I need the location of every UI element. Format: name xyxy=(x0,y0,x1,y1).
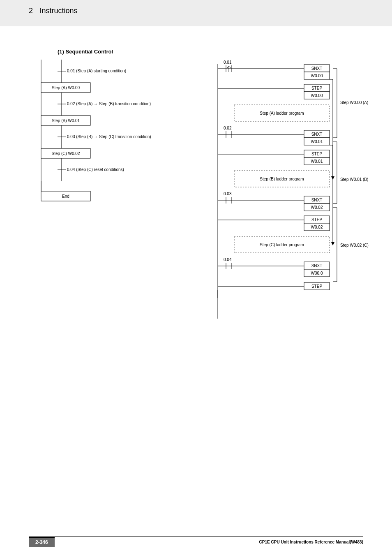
manual-title: CP1E CPU Unit Instructions Reference Man… xyxy=(259,540,363,544)
stepB-prog: Step (B) ladder program xyxy=(260,177,304,181)
rung1-op: W0.00 xyxy=(311,74,323,78)
rung3-inst: SNXT xyxy=(311,198,323,202)
rung1-inst: SNXT xyxy=(311,66,323,71)
cond-c-reset-text: 0.04 (Step (C) reset conditions) xyxy=(67,167,124,172)
step-a-text: Step (A) W0.00 xyxy=(52,86,80,90)
stepC-inst: STEP xyxy=(311,217,322,222)
rung3-op: W0.02 xyxy=(311,205,323,210)
end-text: End xyxy=(62,194,69,199)
flowchart-diagram: 0.01 (Step (A) starting condition) Step … xyxy=(33,60,181,224)
stepA-inst: STEP xyxy=(311,86,322,90)
ladder-diagram: 0.01 SNXT W0.00 STEP W0.00 Step (A) ladd… xyxy=(210,60,386,323)
chapter-title: Instructions xyxy=(39,7,77,15)
page-number: 2-346 xyxy=(29,537,55,547)
stepC-label: Step W0.02 (C) xyxy=(340,243,369,247)
stepC-op: W0.02 xyxy=(311,225,323,229)
page-footer: 2-346 CP1E CPU Unit Instructions Referen… xyxy=(0,537,392,547)
stepB-op: W0.01 xyxy=(311,159,323,164)
stepA-label: Step W0.00 (A) xyxy=(340,100,368,105)
stepB-label: Step W0.01 (B) xyxy=(340,177,368,182)
final-inst: STEP xyxy=(311,284,322,289)
page: 2 Instructions (1) Sequential Control 0.… xyxy=(0,0,392,555)
rung2-addr: 0.02 xyxy=(224,126,232,130)
cond-bc-text: 0.03 (Step (B) → Step (C) transition con… xyxy=(67,134,151,139)
section-subheading: (1) Sequential Control xyxy=(58,49,113,55)
stepA-op: W0.00 xyxy=(311,93,323,98)
page-header: 2 Instructions xyxy=(0,0,392,26)
chapter-number: 2 xyxy=(29,7,33,15)
stepA-prog: Step (A) ladder program xyxy=(260,111,304,116)
cond-a-start-text: 0.01 (Step (A) starting condition) xyxy=(67,69,126,73)
cond-ab-text: 0.02 (Step (A) → Step (B) transition con… xyxy=(67,102,151,106)
step-c-text: Step (C) W0.02 xyxy=(52,151,80,156)
rung2-inst: SNXT xyxy=(311,132,323,136)
rung3-addr: 0.03 xyxy=(224,192,232,196)
rung4-addr: 0.04 xyxy=(224,257,232,262)
step-b-text: Step (B) W0.01 xyxy=(52,118,80,123)
rung1-addr: 0.01 xyxy=(224,60,232,65)
rung4-op: W30.0 xyxy=(311,271,323,275)
rung4-inst: SNXT xyxy=(311,264,323,268)
stepB-inst: STEP xyxy=(311,152,322,156)
stepC-prog: Step (C) ladder program xyxy=(260,243,304,247)
rung2-op: W0.01 xyxy=(311,139,323,144)
